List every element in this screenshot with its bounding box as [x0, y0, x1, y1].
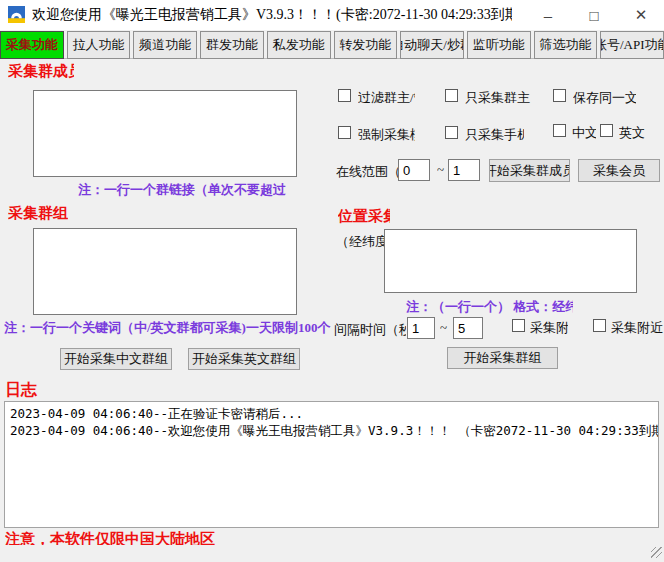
nearby2-checkbox[interactable]: [593, 319, 606, 332]
interval-tilde: ~: [440, 320, 450, 336]
title-bar: 欢迎您使用《曝光王电报营销工具》V3.9.3！！！(卡密:2072-11-30 …: [0, 0, 664, 30]
tab-auto-chat[interactable]: 自动聊天/炒群: [400, 31, 464, 59]
app-icon: [8, 6, 25, 23]
tab-bar: 采集功能 拉人功能 频道功能 群发功能 私发功能 转发功能 自动聊天/炒群 监听…: [0, 30, 664, 59]
start-collect-en-groups-button[interactable]: 开始采集英文群组: [188, 348, 300, 370]
interval-min-input[interactable]: [407, 317, 435, 339]
only-phone-label: 只采集手机号: [465, 126, 524, 144]
force-mode-label: 强制采集模式: [358, 126, 415, 144]
tab-invite[interactable]: 拉人功能: [67, 31, 131, 59]
chinese-checkbox[interactable]: [553, 124, 566, 137]
interval-label: 间隔时间（秒: [334, 321, 406, 339]
keywords-note: 注：一行一个关键词（中/英文群都可采集)一天限制100个: [4, 319, 334, 336]
english-checkbox[interactable]: [600, 124, 613, 137]
footer-warning: 注意，本软件仅限中国大陆地区: [5, 531, 425, 545]
tab-collect[interactable]: 采集功能: [0, 31, 64, 59]
only-owner-checkbox[interactable]: [445, 89, 458, 102]
latlng-note: 注：（一行一个） 格式：经纬度: [384, 298, 573, 314]
tab-mass-send[interactable]: 群发功能: [200, 31, 264, 59]
filter-admin-checkbox[interactable]: [338, 89, 351, 102]
tab-filter[interactable]: 筛选功能: [534, 31, 598, 59]
online-max-input[interactable]: [448, 159, 480, 181]
log-line: 2023-04-09 04:06:40--欢迎您使用《曝光王电报营销工具》V3.…: [10, 422, 653, 439]
maximize-button[interactable]: □: [577, 2, 611, 28]
window-title: 欢迎您使用《曝光王电报营销工具》V3.9.3！！！(卡密:2072-11-30 …: [32, 6, 512, 24]
only-phone-checkbox[interactable]: [445, 126, 458, 139]
log-label: 日志: [5, 380, 45, 400]
latlng-textarea[interactable]: [384, 229, 637, 293]
only-owner-label: 只采集群主: [465, 89, 533, 107]
group-links-note: 注：一行一个群链接（单次不要超过: [33, 181, 296, 197]
resize-grip[interactable]: [651, 547, 662, 558]
keywords-textarea[interactable]: [33, 228, 297, 315]
collect-groups-label: 采集群组: [8, 204, 68, 222]
online-range-label: 在线范围（: [336, 163, 398, 181]
start-collect-cn-groups-button[interactable]: 开始采集中文群组: [60, 348, 172, 370]
tab-monitor[interactable]: 监听功能: [467, 31, 531, 59]
english-label: 英文: [619, 124, 649, 142]
chinese-label: 中文: [572, 124, 596, 142]
interval-max-input[interactable]: [453, 317, 483, 339]
start-collect-members-button[interactable]: 开始采集群成员: [489, 159, 570, 182]
log-line: 2023-04-09 04:06:40--正在验证卡密请稍后...: [10, 405, 653, 422]
location-collect-label: 位置采集: [338, 207, 390, 225]
nearby1-label: 采集附近: [530, 319, 568, 337]
filter-admin-label: 过滤群主/管理: [358, 89, 415, 107]
start-collect-location-groups-button[interactable]: 开始采集群组: [447, 347, 558, 369]
nearby1-checkbox[interactable]: [512, 319, 525, 332]
tab-channel[interactable]: 频道功能: [133, 31, 197, 59]
online-min-input[interactable]: [398, 159, 430, 181]
force-mode-checkbox[interactable]: [338, 126, 351, 139]
save-same-file-checkbox[interactable]: [553, 89, 566, 102]
latlng-label: （经纬度: [336, 233, 384, 251]
tab-forward[interactable]: 转发功能: [334, 31, 398, 59]
save-same-file-label: 保存同一文件: [573, 89, 636, 107]
collect-vip-button[interactable]: 采集会员: [578, 159, 660, 182]
tab-private-send[interactable]: 私发功能: [267, 31, 331, 59]
minimize-button[interactable]: –: [531, 2, 565, 28]
close-button[interactable]: ✕: [624, 2, 658, 28]
collect-members-label: 采集群成员: [8, 62, 74, 80]
tab-account-api[interactable]: 账号/API功能: [600, 31, 664, 59]
online-range-tilde: ~: [437, 162, 447, 178]
log-box[interactable]: 2023-04-09 04:06:40--正在验证卡密请稍后... 2023-0…: [4, 401, 659, 528]
nearby2-label: 采集附近: [611, 319, 664, 337]
group-links-textarea[interactable]: [33, 90, 297, 177]
